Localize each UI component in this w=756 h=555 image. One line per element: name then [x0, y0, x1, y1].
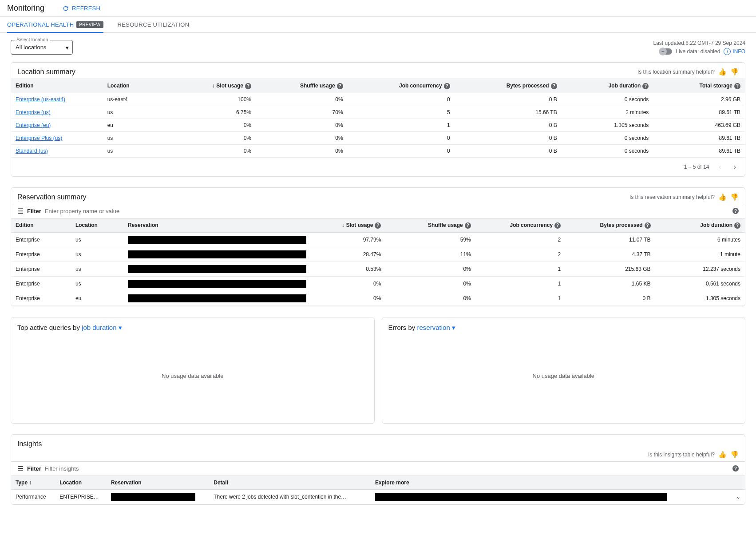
help-icon[interactable]: ?	[337, 83, 343, 89]
col-shuffle-usage[interactable]: Shuffle usage?	[256, 79, 348, 93]
cell-shuffle: 70%	[256, 106, 348, 119]
cell-concurrency: 2	[475, 247, 565, 262]
col-edition[interactable]: Edition	[11, 79, 103, 93]
help-icon[interactable]: ?	[732, 465, 739, 472]
redacted-content	[128, 265, 306, 273]
col-slot-usage[interactable]: ↓Slot usage?	[164, 79, 256, 93]
table-row: Enterprise (us-east4) us-east4 100% 0% 0…	[11, 93, 745, 106]
edition-link[interactable]: Enterprise (us-east4)	[16, 96, 65, 103]
col-location[interactable]: Location	[103, 79, 164, 93]
col-bytes-processed[interactable]: Bytes processed?	[565, 218, 655, 232]
cell-duration: 2 minutes	[562, 106, 653, 119]
col-job-duration[interactable]: Job duration?	[655, 218, 745, 232]
refresh-icon	[62, 5, 69, 12]
cell-bytes: 0 B	[565, 291, 655, 305]
col-reservation[interactable]: Reservation	[107, 476, 209, 489]
tab-resource-utilization[interactable]: RESOURCE UTILIZATION	[118, 17, 190, 32]
help-icon[interactable]: ?	[554, 222, 561, 229]
cell-shuffle: 0%	[256, 131, 348, 144]
table-row: Enterprise Plus (us) us 0% 0% 0 0 B 0 se…	[11, 131, 745, 144]
cell-location: us	[103, 144, 164, 157]
prev-page-button[interactable]: ‹	[716, 161, 724, 173]
thumbs-up-icon[interactable]: 👍	[718, 451, 727, 459]
col-shuffle-usage[interactable]: Shuffle usage?	[385, 218, 475, 232]
col-bytes-processed[interactable]: Bytes processed?	[455, 79, 562, 93]
help-icon[interactable]: ?	[465, 222, 471, 229]
cell-concurrency: 1	[475, 291, 565, 305]
col-job-concurrency[interactable]: Job concurrency?	[475, 218, 565, 232]
next-page-button[interactable]: ›	[731, 161, 739, 173]
cell-location: us	[71, 262, 123, 276]
cell-edition: Enterprise	[11, 276, 71, 291]
table-row: Enterprise us 97.79% 59% 2 11.07 TB 6 mi…	[11, 232, 745, 247]
cell-edition: Enterprise	[11, 291, 71, 305]
reservation-filter-input[interactable]	[45, 208, 727, 214]
pagination-info: 1 – 5 of 14	[684, 164, 709, 170]
info-button[interactable]: i INFO	[724, 48, 745, 55]
page-title: Monitoring	[7, 4, 44, 13]
col-job-concurrency[interactable]: Job concurrency?	[348, 79, 455, 93]
cell-reservation	[123, 291, 311, 305]
help-icon[interactable]: ?	[245, 83, 251, 89]
expand-row-icon[interactable]: ⌄	[736, 494, 740, 500]
cell-shuffle: 11%	[385, 247, 475, 262]
cell-duration: 1.305 seconds	[562, 119, 653, 131]
reservation-dropdown[interactable]: reservation ▾	[417, 324, 455, 331]
cell-storage: 463.69 GB	[653, 119, 745, 131]
thumbs-down-icon[interactable]: 👎	[730, 193, 739, 201]
help-icon[interactable]: ?	[444, 83, 450, 89]
cell-duration: 0 seconds	[562, 93, 653, 106]
cell-concurrency: 5	[348, 106, 455, 119]
cell-edition: Enterprise	[11, 232, 71, 247]
thumbs-down-icon[interactable]: 👎	[730, 68, 739, 76]
col-type[interactable]: Type ↑	[11, 476, 55, 489]
cell-duration: 0 seconds	[562, 144, 653, 157]
help-icon[interactable]: ?	[551, 83, 557, 89]
refresh-button[interactable]: REFRESH	[62, 5, 100, 12]
edition-link[interactable]: Enterprise (us)	[16, 109, 51, 115]
insights-filter-input[interactable]	[45, 465, 727, 472]
cell-storage: 2.96 GB	[653, 93, 745, 106]
select-value: All locations	[16, 44, 46, 51]
help-icon[interactable]: ?	[375, 222, 381, 229]
col-job-duration[interactable]: Job duration?	[562, 79, 653, 93]
thumbs-up-icon[interactable]: 👍	[718, 68, 727, 76]
col-total-storage[interactable]: Total storage?	[653, 79, 745, 93]
col-detail[interactable]: Detail	[209, 476, 371, 489]
cell-concurrency: 1	[475, 262, 565, 276]
cell-slot: 97.79%	[311, 232, 386, 247]
table-row: Enterprise eu 0% 0% 1 0 B 1.305 seconds	[11, 291, 745, 305]
cell-bytes: 0 B	[455, 119, 562, 131]
col-location[interactable]: Location	[55, 476, 107, 489]
col-edition[interactable]: Edition	[11, 218, 71, 232]
edition-link[interactable]: Enterprise Plus (us)	[16, 135, 62, 141]
cell-reservation	[123, 276, 311, 291]
col-explore[interactable]: Explore more	[371, 476, 723, 489]
redacted-content	[128, 280, 306, 288]
thumbs-up-icon[interactable]: 👍	[718, 193, 727, 201]
live-data-toggle[interactable]	[660, 48, 672, 55]
edition-link[interactable]: Enterprise (eu)	[16, 122, 51, 128]
help-icon[interactable]: ?	[734, 222, 740, 229]
edition-link[interactable]: Standard (us)	[16, 148, 48, 154]
cell-location: us	[71, 276, 123, 291]
tab-operational-health[interactable]: OPERATIONAL HEALTH PREVIEW	[7, 17, 103, 32]
col-reservation[interactable]: Reservation	[123, 218, 311, 232]
help-icon[interactable]: ?	[734, 83, 740, 89]
cell-bytes: 215.63 GB	[565, 262, 655, 276]
location-select[interactable]: Select location All locations ▾	[11, 40, 73, 55]
cell-location: us-east4	[103, 93, 164, 106]
help-icon[interactable]: ?	[732, 208, 739, 214]
job-duration-dropdown[interactable]: job duration ▾	[82, 324, 122, 331]
col-location[interactable]: Location	[71, 218, 123, 232]
help-icon[interactable]: ?	[645, 222, 651, 229]
cell-type: Performance	[11, 489, 55, 504]
thumbs-down-icon[interactable]: 👎	[730, 451, 739, 459]
sort-up-icon: ↑	[29, 480, 32, 486]
info-label: INFO	[732, 48, 745, 55]
reservation-summary-title: Reservation summary	[17, 193, 87, 201]
col-slot-usage[interactable]: ↓Slot usage?	[311, 218, 386, 232]
help-icon[interactable]: ?	[642, 83, 649, 89]
table-row: Standard (us) us 0% 0% 0 0 B 0 seconds 8…	[11, 144, 745, 157]
empty-message: No usage data available	[17, 335, 368, 417]
